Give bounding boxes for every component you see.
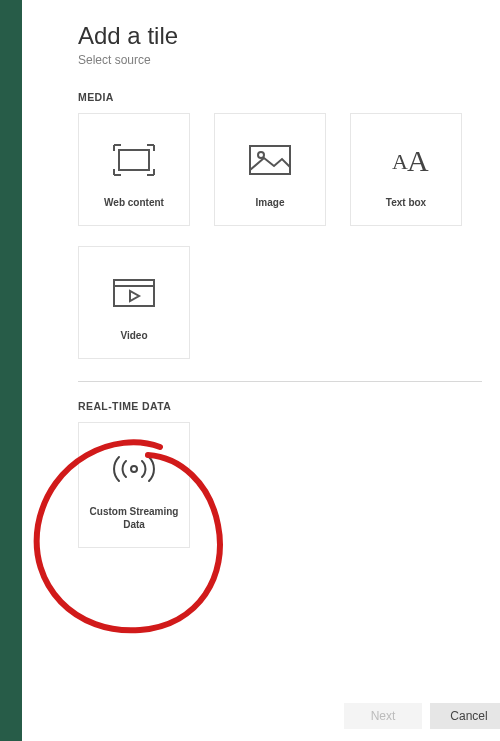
svg-marker-7 [130, 291, 139, 301]
realtime-section: REAL-TIME DATA [22, 400, 500, 548]
tile-video[interactable]: Video [78, 246, 190, 359]
realtime-tile-grid: Custom Streaming Data [78, 422, 482, 548]
add-tile-panel: Add a tile Select source MEDIA [22, 0, 500, 741]
image-icon [247, 134, 293, 186]
svg-point-8 [131, 466, 137, 472]
video-icon [111, 267, 157, 319]
realtime-heading: REAL-TIME DATA [78, 400, 482, 412]
tile-label: Image [256, 196, 285, 209]
streaming-icon [106, 443, 162, 495]
panel-footer: Next Cancel [44, 691, 500, 741]
tile-text-box[interactable]: A A Text box [350, 113, 462, 226]
left-sidebar-strip [0, 0, 22, 741]
svg-text:A: A [407, 144, 429, 177]
svg-rect-0 [119, 150, 149, 170]
media-heading: MEDIA [78, 91, 482, 103]
cancel-button[interactable]: Cancel [430, 703, 500, 729]
tile-custom-streaming-data[interactable]: Custom Streaming Data [78, 422, 190, 548]
tile-image[interactable]: Image [214, 113, 326, 226]
tile-label: Custom Streaming Data [85, 505, 183, 531]
page-title: Add a tile [78, 22, 500, 51]
text-box-icon: A A [382, 134, 430, 186]
panel-header: Add a tile Select source [22, 22, 500, 71]
media-section: MEDIA [22, 91, 500, 359]
svg-point-2 [258, 152, 264, 158]
svg-text:A: A [392, 149, 408, 174]
page-subtitle: Select source [78, 53, 500, 67]
tile-label: Video [120, 329, 147, 342]
tile-web-content[interactable]: Web content [78, 113, 190, 226]
section-divider [78, 381, 482, 382]
next-button[interactable]: Next [344, 703, 422, 729]
web-content-icon [110, 134, 158, 186]
tile-label: Text box [386, 196, 426, 209]
media-tile-grid: Web content Image [78, 113, 482, 359]
tile-label: Web content [104, 196, 164, 209]
